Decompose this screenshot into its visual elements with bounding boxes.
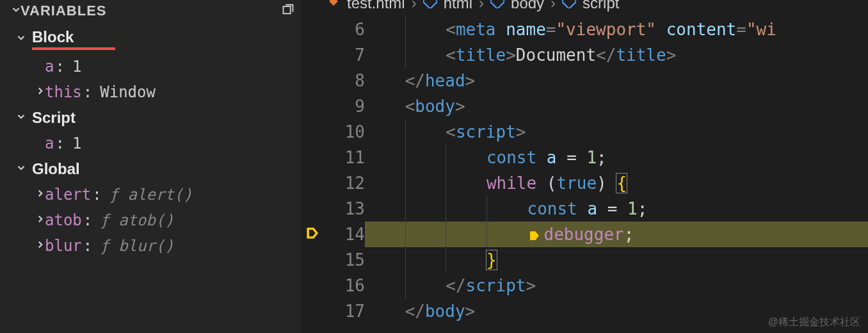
variable-name: a <box>45 58 54 76</box>
code-area[interactable]: 67891011121314151617 <meta name="viewpor… <box>301 14 868 333</box>
panel-header[interactable]: VARIABLES <box>0 0 301 24</box>
line-number[interactable]: 13 <box>324 196 365 222</box>
variable-row[interactable]: atob:ƒ atob() <box>0 207 301 233</box>
chevron-right-icon <box>35 85 45 99</box>
breakpoint-slot[interactable] <box>301 119 324 145</box>
scope-header[interactable]: Global <box>0 156 301 182</box>
variable-row[interactable]: a:1 <box>0 54 301 79</box>
watermark: @稀土掘金技术社区 <box>768 316 860 329</box>
line-number[interactable]: 15 <box>324 247 365 273</box>
scope-header[interactable]: Block <box>0 24 301 54</box>
code-line[interactable]: <body> <box>365 93 868 119</box>
line-number[interactable]: 9 <box>324 93 365 119</box>
code-editor: test.html › html › body › script 6789101… <box>301 0 868 333</box>
code-line[interactable]: </head> <box>365 68 868 93</box>
code-line[interactable]: </script> <box>365 273 868 298</box>
chevron-right-icon <box>35 239 45 253</box>
variable-value: 1 <box>72 134 81 152</box>
file-icon <box>326 0 341 12</box>
execution-pointer-icon <box>527 229 542 243</box>
chevron-down-icon <box>15 162 26 176</box>
code-line[interactable]: while (true) { <box>365 170 868 196</box>
line-number[interactable]: 10 <box>324 119 365 145</box>
symbol-icon <box>423 0 437 12</box>
breadcrumb-item[interactable]: html <box>444 0 472 12</box>
line-number[interactable]: 11 <box>324 145 365 170</box>
line-number[interactable]: 17 <box>324 298 365 324</box>
breakpoint-slot[interactable] <box>301 196 324 222</box>
collapse-all-icon[interactable] <box>282 3 294 19</box>
code-line[interactable]: debugger; <box>365 222 868 247</box>
breakpoint-slot[interactable] <box>301 273 324 298</box>
line-number[interactable]: 14 <box>324 222 365 247</box>
breakpoint-slot[interactable] <box>301 298 324 324</box>
chevron-right-icon: › <box>412 0 417 12</box>
variable-row[interactable]: a:1 <box>0 131 301 156</box>
symbol-icon <box>490 0 504 12</box>
line-number-gutter[interactable]: 67891011121314151617 <box>324 14 365 333</box>
scope-name: Global <box>32 160 80 178</box>
chevron-down-icon <box>15 111 26 125</box>
variables-panel: VARIABLES Blocka:1this:WindowScripta:1Gl… <box>0 0 301 333</box>
svg-rect-1 <box>423 0 437 8</box>
breakpoint-slot[interactable] <box>301 145 324 170</box>
code-line[interactable]: <title>Document</title> <box>365 42 868 68</box>
breakpoint-slot[interactable] <box>301 247 324 273</box>
code-content[interactable]: <meta name="viewport" content="wi <title… <box>365 14 868 333</box>
code-line[interactable]: const a = 1; <box>365 196 868 222</box>
breadcrumb-item[interactable]: script <box>583 0 619 12</box>
variable-row[interactable]: alert:ƒ alert() <box>0 182 301 207</box>
variable-name: atob <box>45 211 82 229</box>
breakpoint-slot[interactable] <box>301 222 324 247</box>
variable-value: 1 <box>72 58 81 76</box>
svg-rect-0 <box>284 6 291 13</box>
svg-rect-3 <box>562 0 576 8</box>
breakpoint-slot[interactable] <box>301 17 324 42</box>
variable-name: a <box>45 134 54 152</box>
variable-row[interactable]: this:Window <box>0 79 301 105</box>
code-line[interactable]: <meta name="viewport" content="wi <box>365 17 868 42</box>
chevron-right-icon: › <box>479 0 484 12</box>
panel-title: VARIABLES <box>20 3 282 19</box>
scope-header[interactable]: Script <box>0 105 301 131</box>
svg-rect-2 <box>490 0 504 8</box>
chevron-down-icon <box>15 32 26 46</box>
breakpoint-slot[interactable] <box>301 68 324 93</box>
line-number[interactable]: 6 <box>324 17 365 42</box>
variable-value: ƒ blur() <box>100 237 174 255</box>
scope-name: Block <box>32 28 115 50</box>
line-number[interactable]: 7 <box>324 42 365 68</box>
variable-name: blur <box>45 237 82 255</box>
line-number[interactable]: 8 <box>324 68 365 93</box>
variable-value: Window <box>100 83 156 101</box>
code-line[interactable]: } <box>365 247 868 273</box>
chevron-right-icon <box>35 213 45 227</box>
breadcrumb[interactable]: test.html › html › body › script <box>301 0 868 14</box>
breadcrumb-file[interactable]: test.html <box>347 0 405 12</box>
breadcrumb-item[interactable]: body <box>511 0 544 12</box>
symbol-icon <box>562 0 576 12</box>
chevron-down-icon <box>10 4 20 18</box>
variable-row[interactable]: blur:ƒ blur() <box>0 233 301 259</box>
scope-name: Script <box>32 109 76 127</box>
breakpoint-gutter[interactable] <box>301 14 324 333</box>
variable-value: ƒ atob() <box>100 211 174 229</box>
execution-pointer-icon <box>305 226 319 243</box>
chevron-right-icon <box>35 188 45 202</box>
breakpoint-slot[interactable] <box>301 170 324 196</box>
line-number[interactable]: 16 <box>324 273 365 298</box>
chevron-right-icon: › <box>551 0 556 12</box>
code-line[interactable]: const a = 1; <box>365 145 868 170</box>
variable-name: alert <box>45 186 91 204</box>
code-line[interactable]: <script> <box>365 119 868 145</box>
line-number[interactable]: 12 <box>324 170 365 196</box>
breakpoint-slot[interactable] <box>301 42 324 68</box>
breakpoint-slot[interactable] <box>301 93 324 119</box>
variable-value: ƒ alert() <box>109 186 193 204</box>
variable-name: this <box>45 83 82 101</box>
